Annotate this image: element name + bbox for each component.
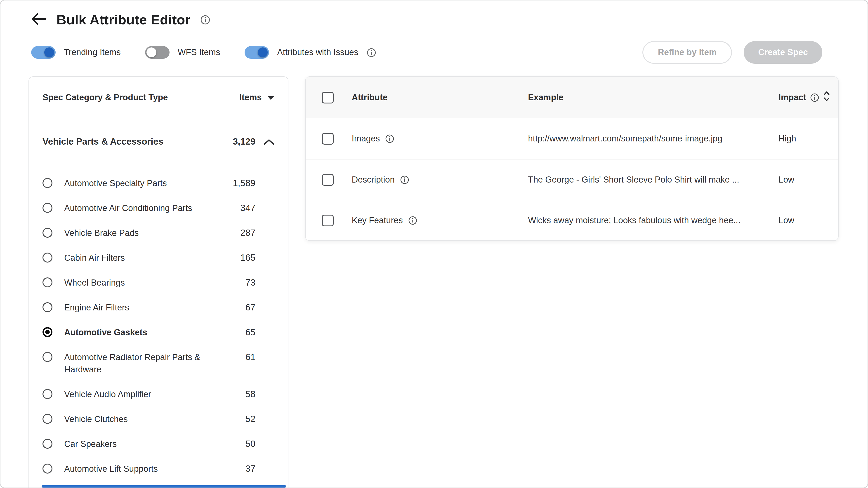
radio-button[interactable]: [42, 253, 53, 263]
product-type-label: Vehicle Brake Pads: [53, 227, 219, 239]
attribute-name: Description: [352, 175, 395, 185]
toggle-knob: [258, 47, 268, 57]
toggle-label: Attributes with Issues: [277, 47, 358, 57]
product-type-count: 67: [219, 301, 255, 314]
toggle-group: Trending Items: [31, 46, 121, 59]
product-type-label: Vehicle Audio Amplifier: [53, 388, 219, 400]
toggle-group: WFS Items: [145, 46, 220, 59]
product-type-count: 73: [219, 276, 255, 289]
category-row[interactable]: Vehicle Parts & Accessories 3,129: [29, 119, 288, 165]
radio-button[interactable]: [42, 389, 53, 399]
row-checkbox-cell: [306, 133, 352, 144]
attribute-cell: Description: [352, 175, 528, 185]
panel-header: Spec Category & Product Type Items: [29, 77, 288, 119]
radio-button[interactable]: [42, 302, 53, 312]
radio-button[interactable]: [42, 178, 53, 188]
page-header: Bulk Attribute Editor: [0, 0, 868, 28]
product-type-label: Automotive Radiator Repair Parts & Hardw…: [53, 351, 219, 376]
refine-by-item-button[interactable]: Refine by Item: [643, 41, 732, 64]
radio-button[interactable]: [42, 228, 53, 238]
product-type-label: Engine Air Filters: [53, 301, 219, 314]
toggle-label: WFS Items: [178, 47, 220, 57]
attribute-column-header: Attribute: [352, 92, 528, 102]
radio-button[interactable]: [42, 464, 53, 474]
product-type-label: Wheel Bearings: [53, 276, 219, 289]
spec-category-panel: Spec Category & Product Type Items Vehic…: [29, 76, 288, 488]
table-row: Key Features Wicks away moisture; Looks …: [306, 200, 838, 240]
toggle-switch[interactable]: [245, 46, 269, 59]
radio-button[interactable]: [42, 414, 53, 424]
chevron-up-icon: [255, 138, 274, 145]
toggle-info-icon[interactable]: [366, 48, 376, 57]
panel-title: Spec Category & Product Type: [42, 92, 168, 102]
product-type-count: 65: [219, 326, 255, 338]
row-checkbox[interactable]: [322, 174, 334, 186]
product-type-row[interactable]: Automotive Lift Supports 37: [42, 456, 274, 481]
product-type-count: 37: [219, 463, 255, 475]
product-type-row[interactable]: Automotive Air Conditioning Parts 347: [42, 196, 274, 221]
product-type-row[interactable]: Car Speakers 50: [42, 431, 274, 456]
product-type-label: Vehicle Clutches: [53, 413, 219, 425]
product-type-row[interactable]: Vehicle Audio Amplifier 58: [42, 382, 274, 407]
product-type-count: 52: [219, 413, 255, 425]
radio-button[interactable]: [42, 352, 53, 362]
table-header-row: Attribute Example Impact: [306, 77, 838, 119]
create-spec-button[interactable]: Create Spec: [744, 41, 822, 64]
product-type-row[interactable]: Automotive Radiator Repair Parts & Hardw…: [42, 345, 274, 382]
attribute-info-icon[interactable]: [385, 134, 395, 143]
attribute-info-icon[interactable]: [408, 216, 417, 225]
table-row: Images http://www.walmart.com/somepath/s…: [306, 119, 838, 159]
example-cell: http://www.walmart.com/somepath/some-ima…: [528, 134, 778, 144]
sidebar-scrollbar[interactable]: [41, 485, 286, 488]
table-row: Description The George - Girls' Short Sl…: [306, 159, 838, 200]
toggle-switch[interactable]: [145, 46, 169, 59]
example-column-header: Example: [528, 92, 778, 102]
product-type-row[interactable]: Vehicle Brake Pads 287: [42, 221, 274, 246]
toggle-switch[interactable]: [31, 46, 56, 59]
caret-down-icon: [267, 92, 274, 102]
back-button[interactable]: [30, 12, 46, 28]
product-type-row[interactable]: Automotive Specialty Parts 1,589: [42, 171, 274, 196]
sort-icon[interactable]: [824, 91, 830, 104]
row-checkbox[interactable]: [322, 215, 334, 226]
product-type-label: Automotive Gaskets: [53, 326, 219, 338]
radio-button[interactable]: [42, 203, 53, 213]
product-type-count: 165: [219, 252, 255, 264]
main-content: Spec Category & Product Type Items Vehic…: [0, 76, 868, 488]
example-cell: The George - Girls' Short Sleeve Polo Sh…: [528, 175, 778, 185]
product-type-row[interactable]: Cabin Air Filters 165: [42, 246, 274, 270]
items-sort-dropdown[interactable]: Items: [239, 92, 274, 102]
row-checkbox-cell: [306, 174, 352, 186]
product-type-count: 1,589: [219, 177, 255, 189]
product-type-count: 50: [219, 438, 255, 450]
category-name: Vehicle Parts & Accessories: [42, 136, 219, 147]
radio-button[interactable]: [42, 439, 53, 449]
product-type-count: 58: [219, 388, 255, 400]
product-type-label: Automotive Air Conditioning Parts: [53, 202, 219, 214]
arrow-left-icon: [30, 12, 46, 28]
toggle-label: Trending Items: [64, 47, 121, 57]
impact-info-icon[interactable]: [810, 93, 819, 102]
radio-button[interactable]: [42, 278, 53, 287]
product-type-count: 287: [219, 227, 255, 239]
impact-column-label: Impact: [778, 92, 806, 102]
row-checkbox[interactable]: [322, 133, 334, 144]
page-title-info-icon[interactable]: [200, 15, 211, 25]
attributes-table: Attribute Example Impact: [305, 76, 839, 241]
select-all-checkbox[interactable]: [322, 92, 334, 103]
product-type-row[interactable]: Automotive Gaskets 65: [42, 320, 274, 345]
impact-cell: High: [778, 134, 838, 144]
attribute-info-icon[interactable]: [400, 175, 409, 184]
toggle-knob: [147, 47, 156, 57]
radio-button[interactable]: [42, 327, 53, 337]
product-type-row[interactable]: Vehicle Clutches 52: [42, 407, 274, 431]
toggle-knob: [44, 47, 54, 57]
product-type-label: Automotive Lift Supports: [53, 463, 219, 475]
impact-cell: Low: [778, 175, 838, 185]
attribute-name: Images: [352, 134, 380, 144]
product-type-row[interactable]: Engine Air Filters 67: [42, 295, 274, 320]
toolbar: Trending Items WFS Items Attributes with…: [0, 41, 868, 64]
impact-cell: Low: [778, 215, 838, 225]
product-type-list: Automotive Specialty Parts 1,589 Automot…: [29, 165, 288, 481]
product-type-row[interactable]: Wheel Bearings 73: [42, 270, 274, 295]
